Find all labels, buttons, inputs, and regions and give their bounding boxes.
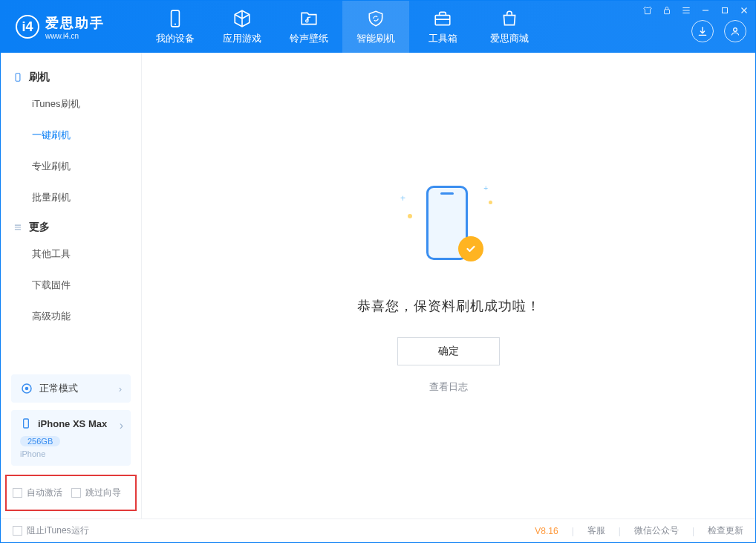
checkbox-block-itunes[interactable]: 阻止iTunes运行 [13, 524, 89, 537]
svg-point-1 [175, 23, 176, 25]
download-icon[interactable] [691, 20, 714, 42]
checkbox-icon [13, 488, 22, 498]
ok-button[interactable]: 确定 [397, 337, 500, 365]
sidebar-item-batch-flash[interactable]: 批量刷机 [1, 182, 141, 213]
nav-apps[interactable]: 应用游戏 [209, 1, 276, 53]
sidebar: 刷机 iTunes刷机 一键刷机 专业刷机 批量刷机 更多 其他工具 下载固件 … [1, 53, 142, 518]
device-name: iPhone XS Max [38, 418, 107, 429]
status-link-support[interactable]: 客服 [587, 524, 605, 537]
chevron-right-icon: › [120, 419, 123, 432]
sidebar-section-flash: 刷机 [1, 66, 141, 88]
status-link-wechat[interactable]: 微信公众号 [634, 524, 679, 537]
sidebar-section-more: 更多 [1, 216, 141, 238]
check-badge-icon [458, 236, 483, 261]
sidebar-item-advanced[interactable]: 高级功能 [1, 301, 141, 332]
checkbox-icon [71, 488, 81, 498]
nav-flash[interactable]: 智能刷机 [342, 1, 409, 53]
shield-sync-icon [366, 9, 385, 28]
storage-badge: 256GB [20, 436, 60, 446]
bag-icon [500, 9, 519, 28]
sidebar-item-other-tools[interactable]: 其他工具 [1, 238, 141, 270]
sidebar-item-download-firmware[interactable]: 下载固件 [1, 270, 141, 301]
svg-rect-4 [665, 10, 670, 14]
checkbox-icon [13, 526, 22, 536]
titlebar: i4 爱思助手 www.i4.cn 我的设备 应用游戏 铃声壁纸 智能刷机 工具… [1, 1, 755, 53]
nav-store[interactable]: 爱思商城 [476, 1, 543, 53]
maximize-icon[interactable] [720, 5, 730, 16]
app-logo[interactable]: i4 爱思助手 www.i4.cn [1, 14, 142, 40]
device-type: iPhone [20, 449, 122, 458]
chevron-right-icon: › [119, 383, 122, 394]
svg-rect-9 [24, 419, 29, 428]
mode-icon [20, 382, 33, 395]
svg-rect-5 [723, 8, 728, 13]
device-icon [13, 72, 23, 82]
close-icon[interactable] [739, 5, 749, 16]
tshirt-icon[interactable] [642, 5, 653, 16]
nav-my-device[interactable]: 我的设备 [142, 1, 209, 53]
success-message: 恭喜您，保资料刷机成功啦！ [357, 297, 541, 315]
lock-icon[interactable] [662, 5, 672, 16]
nav-ringtone[interactable]: 铃声壁纸 [276, 1, 342, 53]
user-icon[interactable] [724, 20, 746, 42]
checkbox-auto-activate[interactable]: 自动激活 [13, 487, 62, 499]
device-card[interactable]: iPhone XS Max 256GB iPhone › [11, 410, 131, 466]
statusbar: 阻止iTunes运行 V8.16 | 客服 | 微信公众号 | 检查更新 [1, 518, 755, 542]
status-link-update[interactable]: 检查更新 [708, 524, 743, 537]
app-name: 爱思助手 [45, 14, 105, 32]
mode-card[interactable]: 正常模式 › [11, 374, 131, 403]
minimize-icon[interactable] [700, 5, 711, 16]
svg-rect-2 [435, 15, 450, 25]
app-domain: www.i4.cn [45, 32, 105, 40]
sidebar-item-pro-flash[interactable]: 专业刷机 [1, 151, 141, 182]
svg-point-8 [25, 387, 29, 391]
nav-tabs: 我的设备 应用游戏 铃声壁纸 智能刷机 工具箱 爱思商城 [142, 1, 543, 53]
list-icon [13, 222, 23, 233]
checkbox-skip-guide[interactable]: 跳过向导 [71, 487, 121, 499]
menu-icon[interactable] [681, 5, 691, 16]
phone-icon [166, 9, 185, 28]
nav-toolbox[interactable]: 工具箱 [409, 1, 476, 53]
device-phone-icon [20, 417, 32, 429]
sidebar-item-oneclick-flash[interactable]: 一键刷机 [1, 120, 141, 151]
svg-point-3 [734, 28, 737, 32]
cube-icon [232, 9, 252, 28]
view-log-link[interactable]: 查看日志 [429, 380, 468, 394]
toolbox-icon [433, 9, 452, 28]
music-folder-icon [299, 9, 319, 28]
mode-label: 正常模式 [39, 382, 78, 395]
sidebar-item-itunes-flash[interactable]: iTunes刷机 [1, 88, 141, 120]
logo-icon: i4 [16, 15, 39, 39]
success-illustration: + + [400, 178, 497, 275]
svg-rect-6 [16, 74, 20, 82]
version-label: V8.16 [535, 526, 558, 536]
flash-options-highlighted: 自动激活 跳过向导 [5, 475, 137, 511]
body: 刷机 iTunes刷机 一键刷机 专业刷机 批量刷机 更多 其他工具 下载固件 … [1, 53, 755, 518]
main-content: + + 恭喜您，保资料刷机成功啦！ 确定 查看日志 [142, 53, 755, 518]
